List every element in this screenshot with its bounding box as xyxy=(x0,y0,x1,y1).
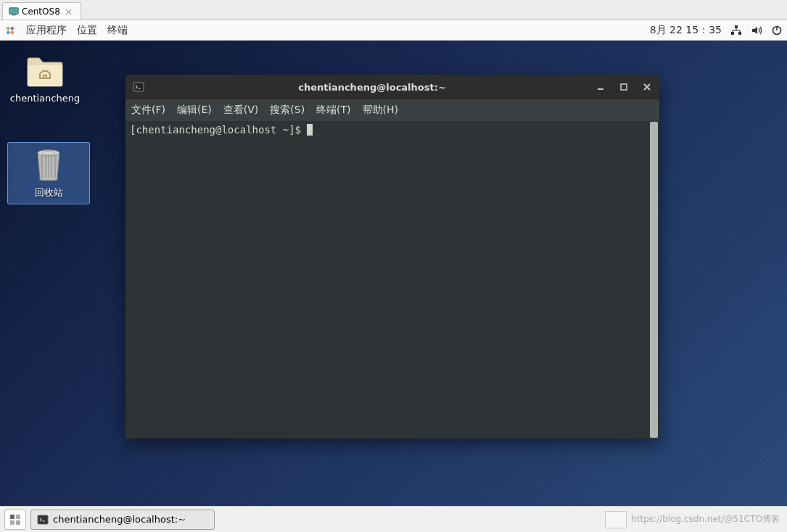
workspaces-icon xyxy=(9,514,21,525)
maximize-button[interactable] xyxy=(619,82,629,92)
terminal-body[interactable]: [chentiancheng@localhost ~]$ xyxy=(125,121,659,439)
vm-tab-bar: CentOS8 × xyxy=(0,0,787,20)
menu-edit[interactable]: 编辑(E) xyxy=(177,104,212,117)
terminal-titlebar[interactable]: chentiancheng@localhost:~ xyxy=(125,75,659,99)
menu-file[interactable]: 文件(F) xyxy=(131,104,165,117)
network-icon[interactable] xyxy=(730,25,742,36)
watermark-text: https://blog.csdn.net/@51CTO博客 xyxy=(631,513,783,525)
trash-icon-desktop[interactable]: 回收站 xyxy=(7,142,90,204)
home-folder-label: chentiancheng xyxy=(9,93,81,104)
terminal-app-icon xyxy=(133,81,144,93)
volume-icon[interactable] xyxy=(751,25,762,36)
places-menu[interactable]: 位置 xyxy=(77,24,97,37)
taskbar-window-terminal[interactable]: chentiancheng@localhost:~ xyxy=(30,510,215,530)
datetime-label[interactable]: 8月 22 15：35 xyxy=(650,24,722,37)
svg-rect-20 xyxy=(16,520,20,525)
terminal-title: chentiancheng@localhost:~ xyxy=(149,82,596,93)
trash-label: 回收站 xyxy=(9,186,88,199)
terminal-prompt: [chentiancheng@localhost ~]$ xyxy=(130,124,307,136)
menu-terminal[interactable]: 终端(T) xyxy=(316,104,350,117)
top-panel: 应用程序 位置 终端 8月 22 15：35 xyxy=(0,20,787,41)
svg-rect-14 xyxy=(133,83,144,91)
vm-tab-centos8[interactable]: CentOS8 × xyxy=(2,2,81,20)
show-desktop-button[interactable] xyxy=(4,510,26,530)
terminal-task-icon xyxy=(37,514,49,525)
svg-rect-16 xyxy=(621,84,627,90)
terminal-menubar: 文件(F) 编辑(E) 查看(V) 搜索(S) 终端(T) 帮助(H) xyxy=(125,99,659,121)
applications-menu[interactable]: 应用程序 xyxy=(26,24,67,37)
taskbar-tray: https://blog.csdn.net/@51CTO博客 xyxy=(605,511,783,528)
folder-icon xyxy=(24,54,66,88)
bottom-taskbar: chentiancheng@localhost:~ https://blog.c… xyxy=(0,506,787,532)
svg-rect-6 xyxy=(735,25,738,28)
svg-rect-1 xyxy=(12,14,15,15)
centos-logo-icon xyxy=(4,25,16,36)
home-folder-icon[interactable]: chentiancheng xyxy=(9,54,81,104)
power-icon[interactable] xyxy=(771,25,783,36)
minimize-button[interactable] xyxy=(596,82,606,92)
menu-view[interactable]: 查看(V) xyxy=(223,104,259,117)
menu-help[interactable]: 帮助(H) xyxy=(363,104,398,117)
svg-rect-17 xyxy=(10,515,15,519)
svg-rect-2 xyxy=(6,26,10,30)
close-button[interactable] xyxy=(642,82,652,92)
close-icon[interactable]: × xyxy=(63,6,75,17)
svg-rect-7 xyxy=(731,32,734,35)
tray-button-1[interactable] xyxy=(605,511,627,528)
terminal-window: chentiancheng@localhost:~ 文件(F) 编辑(E) 查看… xyxy=(125,75,659,439)
menu-search[interactable]: 搜索(S) xyxy=(270,104,305,117)
svg-rect-8 xyxy=(738,32,741,35)
svg-point-12 xyxy=(38,150,59,156)
trash-icon xyxy=(28,147,70,182)
terminal-cursor xyxy=(307,124,313,136)
terminal-scrollbar[interactable] xyxy=(650,122,658,438)
svg-rect-4 xyxy=(10,26,15,30)
svg-rect-18 xyxy=(16,515,20,519)
svg-rect-3 xyxy=(10,30,15,35)
desktop-area[interactable]: chentiancheng 回收站 chentiancheng@localhos… xyxy=(0,41,787,506)
svg-rect-0 xyxy=(9,7,18,14)
vm-tab-label: CentOS8 xyxy=(22,7,60,17)
svg-rect-21 xyxy=(38,515,48,524)
monitor-icon xyxy=(9,7,19,17)
terminal-menu[interactable]: 终端 xyxy=(107,24,128,37)
svg-rect-5 xyxy=(6,30,10,35)
svg-rect-19 xyxy=(10,520,15,525)
taskbar-window-label: chentiancheng@localhost:~ xyxy=(53,514,186,525)
